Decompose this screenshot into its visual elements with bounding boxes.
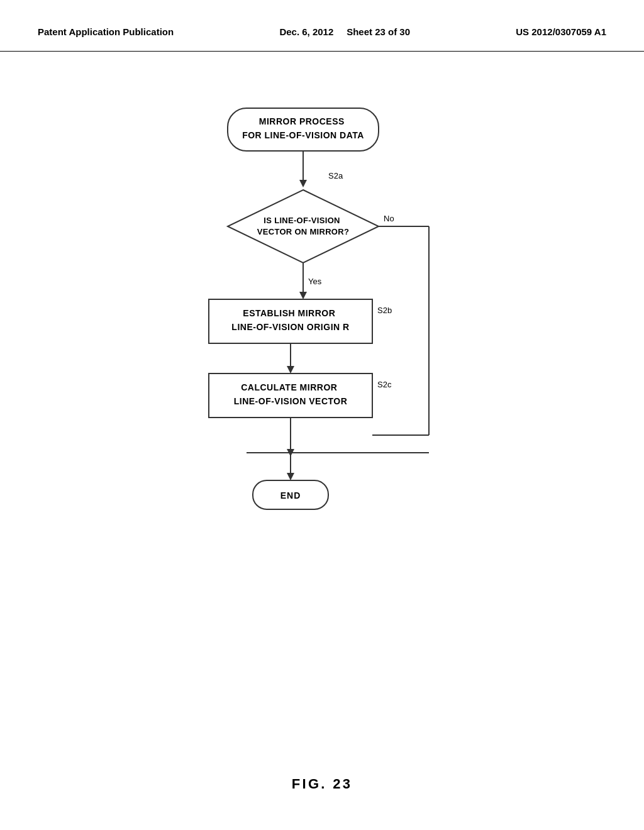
step-s2c: S2c: [377, 380, 392, 389]
box2-line1: CALCULATE MIRROR: [241, 382, 337, 392]
yes-label: Yes: [308, 277, 322, 286]
box2-line2: LINE-OF-VISION VECTOR: [234, 396, 348, 406]
svg-rect-14: [209, 374, 372, 418]
no-label: No: [384, 214, 394, 223]
header-left: Patent Application Publication: [38, 25, 174, 38]
svg-marker-21: [287, 473, 294, 480]
svg-marker-3: [299, 180, 307, 187]
step-s2a: S2a: [328, 171, 343, 180]
header-center: Dec. 6, 2012 Sheet 23 of 30: [279, 25, 410, 38]
start-label-line2: FOR LINE-OF-VISION DATA: [242, 130, 364, 140]
header-right: US 2012/0307059 A1: [516, 25, 606, 38]
step-s2b: S2b: [377, 306, 392, 315]
end-label: END: [280, 490, 301, 501]
svg-rect-0: [228, 108, 379, 151]
start-label-line1: MIRROR PROCESS: [259, 116, 345, 126]
diamond-line2: VECTOR ON MIRROR?: [257, 227, 349, 236]
publication-label: Patent Application Publication: [38, 26, 174, 37]
svg-rect-10: [209, 299, 372, 343]
box1-line2: LINE-OF-VISION ORIGIN R: [231, 322, 349, 332]
figure-caption: FIG. 23: [0, 776, 644, 792]
svg-marker-7: [299, 292, 307, 299]
diamond-line1: IS LINE-OF-VISION: [264, 216, 340, 225]
flowchart-svg: MIRROR PROCESS FOR LINE-OF-VISION DATA S…: [146, 102, 498, 567]
svg-text:END: END: [280, 490, 301, 501]
publication-date: Dec. 6, 2012: [279, 26, 333, 37]
svg-marker-13: [287, 366, 294, 374]
figure-caption-text: FIG. 23: [292, 776, 352, 792]
sheet-number: Sheet 23 of 30: [347, 26, 410, 37]
diagram-container: MIRROR PROCESS FOR LINE-OF-VISION DATA S…: [0, 52, 644, 567]
svg-marker-4: [228, 190, 379, 263]
patent-number: US 2012/0307059 A1: [516, 26, 606, 37]
page-header: Patent Application Publication Dec. 6, 2…: [0, 0, 644, 52]
box1-line1: ESTABLISH MIRROR: [243, 308, 335, 318]
